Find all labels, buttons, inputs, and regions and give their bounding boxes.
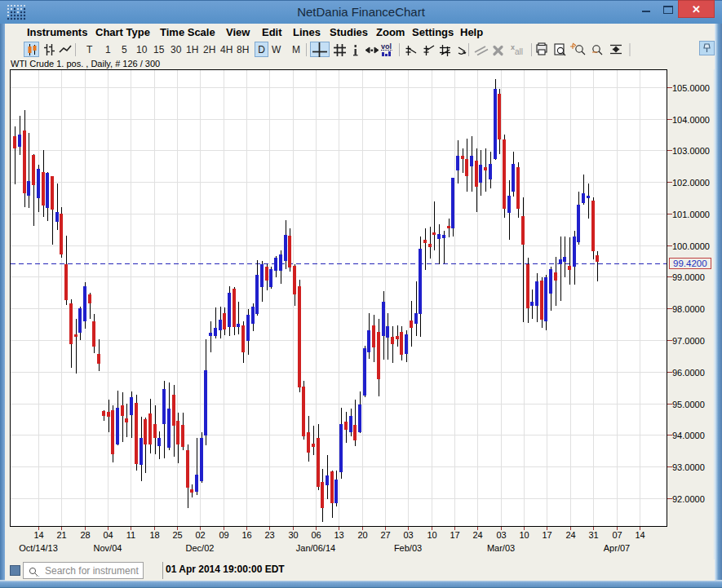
svg-text:Feb/03: Feb/03 — [394, 543, 422, 553]
svg-text:94.0000: 94.0000 — [672, 431, 705, 440]
svg-text:06: 06 — [311, 530, 321, 540]
svg-text:30: 30 — [288, 530, 298, 540]
svg-text:96.0000: 96.0000 — [672, 368, 705, 378]
svg-text:Oct/14/13: Oct/14/13 — [19, 543, 58, 553]
svg-text:95.0000: 95.0000 — [672, 400, 705, 409]
svg-text:100.0000: 100.0000 — [672, 241, 710, 251]
svg-text:10: 10 — [519, 530, 529, 540]
svg-text:105.0000: 105.0000 — [672, 83, 710, 93]
svg-text:02: 02 — [195, 530, 205, 540]
svg-text:18: 18 — [149, 530, 159, 540]
svg-text:92.0000: 92.0000 — [672, 494, 705, 504]
svg-text:31: 31 — [588, 530, 598, 540]
svg-text:98.0000: 98.0000 — [672, 304, 705, 314]
svg-text:09: 09 — [219, 530, 228, 540]
svg-text:104.0000: 104.0000 — [672, 115, 710, 125]
svg-text:17: 17 — [542, 530, 551, 540]
svg-text:03: 03 — [496, 530, 506, 540]
svg-text:101.0000: 101.0000 — [672, 210, 710, 219]
svg-text:28: 28 — [80, 530, 90, 540]
svg-text:11: 11 — [126, 530, 135, 540]
svg-text:97.0000: 97.0000 — [672, 336, 705, 346]
svg-text:102.0000: 102.0000 — [672, 178, 710, 188]
svg-text:Dec/02: Dec/02 — [186, 543, 215, 553]
svg-text:93.0000: 93.0000 — [672, 462, 705, 472]
svg-text:03: 03 — [403, 530, 413, 540]
svg-text:103.0000: 103.0000 — [672, 146, 710, 156]
svg-text:25: 25 — [172, 530, 182, 540]
svg-text:14: 14 — [635, 530, 644, 540]
svg-text:17: 17 — [450, 530, 459, 540]
svg-text:20: 20 — [357, 530, 367, 540]
svg-text:vol: vol — [381, 42, 392, 51]
svg-text:10: 10 — [427, 530, 436, 540]
svg-text:24: 24 — [565, 530, 575, 540]
svg-text:Mar/03: Mar/03 — [487, 543, 515, 553]
svg-text:16: 16 — [241, 530, 251, 540]
svg-text:all: all — [515, 47, 523, 56]
svg-text:Nov/04: Nov/04 — [94, 543, 122, 553]
svg-text:..: .. — [36, 571, 39, 577]
svg-text:23: 23 — [264, 530, 274, 540]
svg-text:Apr/07: Apr/07 — [604, 543, 630, 553]
svg-text:07: 07 — [612, 530, 622, 540]
svg-text:27: 27 — [380, 530, 390, 540]
svg-text:99.4200: 99.4200 — [673, 259, 707, 268]
svg-text:Jan/06/14: Jan/06/14 — [296, 543, 335, 553]
svg-text:14: 14 — [33, 530, 43, 540]
svg-text:13: 13 — [334, 530, 343, 540]
svg-text:99.0000: 99.0000 — [672, 272, 705, 282]
svg-text:21: 21 — [56, 530, 66, 540]
svg-text:24: 24 — [472, 530, 482, 540]
svg-text:04: 04 — [103, 530, 113, 540]
